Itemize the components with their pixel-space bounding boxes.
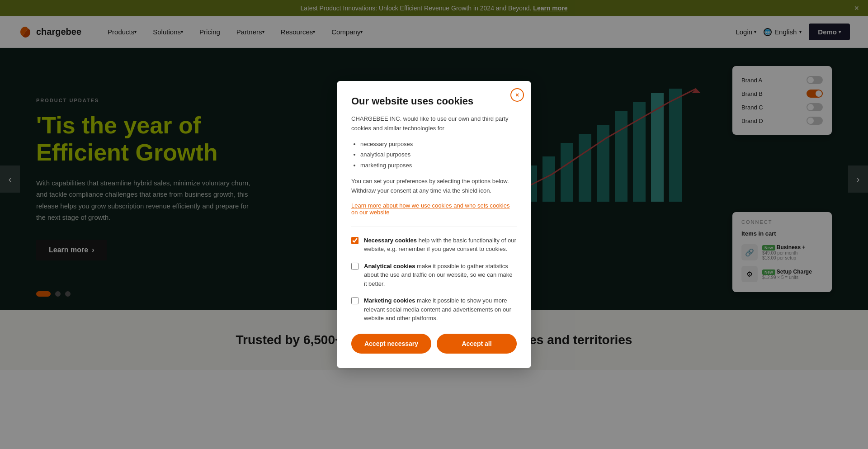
cookie-option-marketing: Marketing cookies make it possible to sh… [351,296,517,323]
cookie-learn-more-link[interactable]: Learn more about how we use cookies and … [351,202,517,216]
cookie-preference-text: You can set your preferences by selectin… [351,177,517,196]
cookie-modal-close-button[interactable]: × [510,88,524,102]
cookie-purposes-list: necessary purposes analytical purposes m… [351,139,517,170]
accept-necessary-button[interactable]: Accept necessary [351,334,431,354]
marketing-cookies-checkbox[interactable] [351,297,359,304]
marketing-cookies-name: Marketing cookies [364,297,415,304]
cookie-option-analytical: Analytical cookies make it possible to g… [351,262,517,288]
analytical-cookies-name: Analytical cookies [364,263,415,269]
analytical-cookies-label: Analytical cookies make it possible to g… [364,262,517,288]
necessary-cookies-checkbox[interactable] [351,237,359,244]
cookie-modal-desc: CHARGEBEE INC. would like to use our own… [351,114,517,133]
cookie-purpose-2: analytical purposes [360,149,517,160]
marketing-cookies-label: Marketing cookies make it possible to sh… [364,296,517,323]
cookie-modal: × Our website uses cookies CHARGEBEE INC… [337,81,531,368]
cookie-option-necessary: Necessary cookies help with the basic fu… [351,236,517,254]
cookie-overlay: × Our website uses cookies CHARGEBEE INC… [0,0,868,370]
analytical-cookies-checkbox[interactable] [351,263,359,270]
cookie-modal-actions: Accept necessary Accept all [351,334,517,354]
cookie-purpose-3: marketing purposes [360,160,517,170]
cookie-divider [351,227,517,227]
cookie-purpose-1: necessary purposes [360,139,517,149]
cookie-modal-title: Our website uses cookies [351,95,517,107]
accept-all-button[interactable]: Accept all [437,334,517,354]
necessary-cookies-label: Necessary cookies help with the basic fu… [364,236,517,254]
necessary-cookies-name: Necessary cookies [364,237,417,244]
